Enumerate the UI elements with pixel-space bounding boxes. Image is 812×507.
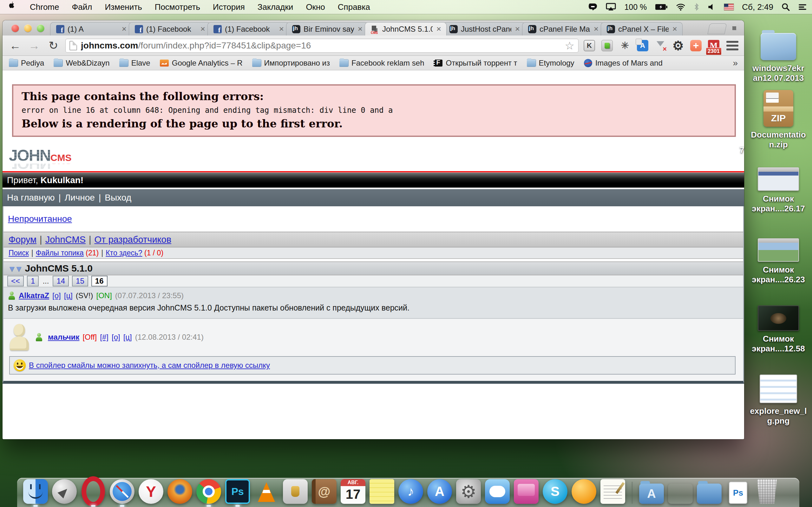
- topic-files-link[interactable]: Файлы топика: [36, 249, 84, 257]
- dock-firefox[interactable]: [167, 477, 193, 504]
- dock-applications-stack[interactable]: A: [639, 477, 664, 504]
- bookmark-etymology[interactable]: Etymology: [527, 59, 574, 67]
- post-author-link[interactable]: мальчик: [48, 333, 79, 342]
- back-button[interactable]: ←: [8, 39, 22, 52]
- dock-app-store[interactable]: A: [427, 477, 452, 504]
- extension-settings-icon[interactable]: ⚙: [672, 40, 684, 51]
- notification-center-icon[interactable]: [798, 3, 807, 11]
- post-anchor-link[interactable]: [#]: [100, 333, 108, 342]
- bluetooth-icon[interactable]: [694, 3, 699, 11]
- desktop-folder-windows7ekran[interactable]: windows7ekr an12.07.2013: [747, 33, 809, 83]
- dock-finder[interactable]: [23, 477, 48, 504]
- extension-k-icon[interactable]: K: [583, 40, 595, 51]
- dock-launchpad[interactable]: [52, 477, 77, 504]
- tab-justhost-cpanel[interactable]: JustHost cPane ×: [444, 22, 525, 36]
- tab-close-icon[interactable]: ×: [278, 24, 285, 34]
- extension-download-icon[interactable]: [655, 40, 666, 51]
- spoiler-link[interactable]: В спойлер смайлы можно запихнуть, а сам …: [29, 361, 270, 370]
- dock-display-app[interactable]: [513, 477, 539, 504]
- dock-textedit[interactable]: [600, 477, 625, 504]
- post-quote-link[interactable]: [ц]: [123, 333, 132, 342]
- crumb-forum-link[interactable]: Форум: [9, 234, 37, 245]
- status-app-icon[interactable]: [588, 3, 598, 11]
- dock-trash[interactable]: [754, 477, 780, 504]
- wifi-icon[interactable]: [676, 3, 686, 11]
- tab-bir-eminov[interactable]: Bir Eminov say ×: [286, 22, 368, 36]
- crumb-johncms-link[interactable]: JohnCMS: [45, 234, 86, 245]
- dock-chrome[interactable]: [196, 477, 221, 504]
- window-zoom-button[interactable]: [37, 24, 44, 32]
- battery-percent-label[interactable]: 100 %: [624, 3, 647, 12]
- dock-calendar[interactable]: АВГ. 17: [340, 477, 366, 504]
- menu-file[interactable]: Файл: [65, 2, 98, 12]
- who-is-here-link[interactable]: Кто здесь?: [106, 249, 142, 257]
- dock-skype[interactable]: S: [542, 477, 568, 504]
- unread-link[interactable]: Непрочитанное: [8, 214, 72, 224]
- tab-facebook-2[interactable]: (1) Facebook ×: [207, 22, 289, 36]
- menu-bar-clock[interactable]: Сб, 2:49: [742, 2, 773, 12]
- menu-bookmarks[interactable]: Закладки: [251, 2, 300, 12]
- post-reply-link[interactable]: [о]: [52, 291, 61, 300]
- bookmark-star-icon[interactable]: ☆: [565, 39, 574, 52]
- crumb-developers-link[interactable]: От разработчиков: [95, 234, 171, 245]
- tab-close-icon[interactable]: ×: [436, 24, 442, 34]
- dock-opera[interactable]: [81, 477, 106, 504]
- menu-view[interactable]: Посмотреть: [148, 2, 206, 12]
- post-reply-link[interactable]: [о]: [112, 333, 120, 342]
- tab-close-icon[interactable]: ×: [593, 24, 599, 34]
- page-16-current[interactable]: 16: [91, 276, 107, 286]
- apple-menu-icon[interactable]: [5, 1, 18, 13]
- extension-translate-icon[interactable]: A: [637, 40, 648, 51]
- menu-chrome[interactable]: Chrome: [23, 2, 65, 12]
- nav-home-link[interactable]: На главную: [7, 193, 55, 203]
- bookmark-elave[interactable]: Elave: [119, 59, 150, 67]
- post-author-link[interactable]: AlkatraZ: [19, 291, 49, 300]
- dock-safari[interactable]: [109, 477, 135, 504]
- volume-icon[interactable]: [708, 3, 716, 11]
- dock-photoshop[interactable]: Ps: [225, 477, 250, 504]
- bookmark-facebook-reklam[interactable]: Facebook reklam seh: [339, 59, 424, 67]
- menu-edit[interactable]: Изменить: [98, 2, 148, 12]
- tab-cpanel-x[interactable]: cPanel X – File ×: [601, 22, 682, 36]
- spotlight-icon[interactable]: [781, 3, 790, 11]
- post-quote-link[interactable]: [ц]: [64, 291, 72, 300]
- desktop-zip-documentation[interactable]: ZIP Documentatio n.zip: [747, 90, 809, 149]
- tab-cpanel-file-manager[interactable]: cPanel File Ma ×: [522, 22, 604, 36]
- chrome-menu-icon[interactable]: [726, 41, 739, 50]
- page-14[interactable]: 14: [53, 276, 69, 286]
- window-minimize-button[interactable]: [24, 24, 32, 32]
- dock-yandex-browser[interactable]: Y: [138, 477, 164, 504]
- page-ellipsis[interactable]: ...: [42, 276, 49, 286]
- dock-orange-app[interactable]: [571, 477, 597, 504]
- dock-utility-app[interactable]: [283, 477, 308, 504]
- bookmark-google-analytics[interactable]: Google Analytics – R: [160, 59, 243, 67]
- bookmark-images-of-mars[interactable]: Images of Mars and: [584, 59, 663, 67]
- dock-stickies[interactable]: [369, 477, 395, 504]
- bookmark-webdizayn[interactable]: Web&Dizayn: [54, 59, 109, 67]
- bookmark-pediya[interactable]: Pediya: [9, 59, 44, 67]
- bookmark-torrent[interactable]: Открытый торрент т: [434, 59, 517, 67]
- tab-close-icon[interactable]: ×: [672, 24, 678, 34]
- tab-close-icon[interactable]: ×: [514, 24, 520, 34]
- fullscreen-toggle-icon[interactable]: [729, 23, 739, 33]
- menu-window[interactable]: Окно: [299, 2, 331, 12]
- battery-icon[interactable]: [655, 3, 668, 10]
- dock-documents-stack[interactable]: [668, 477, 693, 504]
- dock-ps-document[interactable]: Ps: [725, 477, 751, 504]
- page-15[interactable]: 15: [72, 276, 88, 286]
- tab-facebook-1[interactable]: (1) Facebook ×: [129, 22, 211, 36]
- page-1[interactable]: 1: [27, 276, 39, 286]
- dock-itunes[interactable]: ♪: [398, 477, 423, 504]
- tab-johncms[interactable]: JohnCMS 5.1.0 ×: [365, 22, 447, 36]
- nav-personal-link[interactable]: Личное: [65, 193, 95, 203]
- airplay-display-icon[interactable]: [606, 3, 616, 11]
- window-close-button[interactable]: [11, 24, 19, 32]
- tab-close-icon[interactable]: ×: [200, 24, 206, 34]
- search-link[interactable]: Поиск: [9, 249, 29, 257]
- nav-exit-link[interactable]: Выход: [105, 193, 131, 203]
- desktop-screenshot-12-58[interactable]: Снимок экран....12.58: [747, 305, 809, 353]
- reload-button[interactable]: ↻: [46, 39, 60, 52]
- url-text[interactable]: johncms.com/forum/index.php?id=778451&cl…: [81, 41, 561, 51]
- extension-compressor-icon[interactable]: [601, 40, 613, 51]
- new-tab-button[interactable]: [707, 23, 727, 34]
